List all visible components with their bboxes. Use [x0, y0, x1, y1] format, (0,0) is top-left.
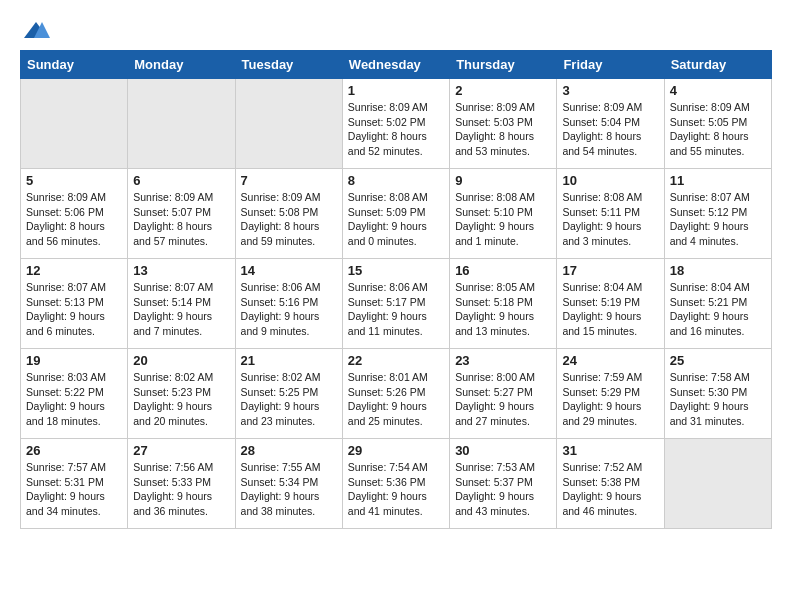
calendar-cell: 15Sunrise: 8:06 AM Sunset: 5:17 PM Dayli… [342, 259, 449, 349]
day-info: Sunrise: 8:01 AM Sunset: 5:26 PM Dayligh… [348, 370, 444, 429]
day-info: Sunrise: 7:56 AM Sunset: 5:33 PM Dayligh… [133, 460, 229, 519]
day-info: Sunrise: 8:09 AM Sunset: 5:08 PM Dayligh… [241, 190, 337, 249]
day-info: Sunrise: 7:55 AM Sunset: 5:34 PM Dayligh… [241, 460, 337, 519]
calendar-cell: 10Sunrise: 8:08 AM Sunset: 5:11 PM Dayli… [557, 169, 664, 259]
calendar-cell: 19Sunrise: 8:03 AM Sunset: 5:22 PM Dayli… [21, 349, 128, 439]
calendar-cell [128, 79, 235, 169]
calendar-week-5: 26Sunrise: 7:57 AM Sunset: 5:31 PM Dayli… [21, 439, 772, 529]
day-header-thursday: Thursday [450, 51, 557, 79]
calendar-cell: 6Sunrise: 8:09 AM Sunset: 5:07 PM Daylig… [128, 169, 235, 259]
day-info: Sunrise: 8:06 AM Sunset: 5:16 PM Dayligh… [241, 280, 337, 339]
day-number: 18 [670, 263, 766, 278]
day-info: Sunrise: 8:09 AM Sunset: 5:06 PM Dayligh… [26, 190, 122, 249]
calendar-cell: 24Sunrise: 7:59 AM Sunset: 5:29 PM Dayli… [557, 349, 664, 439]
calendar-cell: 23Sunrise: 8:00 AM Sunset: 5:27 PM Dayli… [450, 349, 557, 439]
calendar-cell: 9Sunrise: 8:08 AM Sunset: 5:10 PM Daylig… [450, 169, 557, 259]
calendar-week-3: 12Sunrise: 8:07 AM Sunset: 5:13 PM Dayli… [21, 259, 772, 349]
day-number: 26 [26, 443, 122, 458]
calendar-cell: 18Sunrise: 8:04 AM Sunset: 5:21 PM Dayli… [664, 259, 771, 349]
calendar-cell: 17Sunrise: 8:04 AM Sunset: 5:19 PM Dayli… [557, 259, 664, 349]
calendar-cell: 30Sunrise: 7:53 AM Sunset: 5:37 PM Dayli… [450, 439, 557, 529]
day-info: Sunrise: 8:07 AM Sunset: 5:12 PM Dayligh… [670, 190, 766, 249]
page-header [20, 20, 772, 40]
day-header-tuesday: Tuesday [235, 51, 342, 79]
day-info: Sunrise: 8:09 AM Sunset: 5:02 PM Dayligh… [348, 100, 444, 159]
calendar-cell: 4Sunrise: 8:09 AM Sunset: 5:05 PM Daylig… [664, 79, 771, 169]
day-number: 5 [26, 173, 122, 188]
day-header-monday: Monday [128, 51, 235, 79]
day-info: Sunrise: 8:09 AM Sunset: 5:04 PM Dayligh… [562, 100, 658, 159]
calendar-cell: 27Sunrise: 7:56 AM Sunset: 5:33 PM Dayli… [128, 439, 235, 529]
day-number: 20 [133, 353, 229, 368]
calendar-cell: 26Sunrise: 7:57 AM Sunset: 5:31 PM Dayli… [21, 439, 128, 529]
calendar-week-4: 19Sunrise: 8:03 AM Sunset: 5:22 PM Dayli… [21, 349, 772, 439]
day-number: 6 [133, 173, 229, 188]
day-number: 13 [133, 263, 229, 278]
day-number: 17 [562, 263, 658, 278]
calendar-cell: 2Sunrise: 8:09 AM Sunset: 5:03 PM Daylig… [450, 79, 557, 169]
logo [20, 20, 50, 40]
calendar-cell: 28Sunrise: 7:55 AM Sunset: 5:34 PM Dayli… [235, 439, 342, 529]
day-number: 28 [241, 443, 337, 458]
day-number: 9 [455, 173, 551, 188]
day-number: 21 [241, 353, 337, 368]
calendar-cell: 11Sunrise: 8:07 AM Sunset: 5:12 PM Dayli… [664, 169, 771, 259]
day-info: Sunrise: 8:00 AM Sunset: 5:27 PM Dayligh… [455, 370, 551, 429]
day-info: Sunrise: 8:04 AM Sunset: 5:19 PM Dayligh… [562, 280, 658, 339]
day-number: 29 [348, 443, 444, 458]
calendar-cell: 5Sunrise: 8:09 AM Sunset: 5:06 PM Daylig… [21, 169, 128, 259]
calendar-week-1: 1Sunrise: 8:09 AM Sunset: 5:02 PM Daylig… [21, 79, 772, 169]
day-number: 27 [133, 443, 229, 458]
day-header-saturday: Saturday [664, 51, 771, 79]
day-number: 11 [670, 173, 766, 188]
day-info: Sunrise: 8:08 AM Sunset: 5:09 PM Dayligh… [348, 190, 444, 249]
calendar-cell: 22Sunrise: 8:01 AM Sunset: 5:26 PM Dayli… [342, 349, 449, 439]
day-number: 3 [562, 83, 658, 98]
day-info: Sunrise: 8:07 AM Sunset: 5:13 PM Dayligh… [26, 280, 122, 339]
day-number: 8 [348, 173, 444, 188]
calendar-cell: 12Sunrise: 8:07 AM Sunset: 5:13 PM Dayli… [21, 259, 128, 349]
calendar-cell: 14Sunrise: 8:06 AM Sunset: 5:16 PM Dayli… [235, 259, 342, 349]
calendar-body: 1Sunrise: 8:09 AM Sunset: 5:02 PM Daylig… [21, 79, 772, 529]
day-number: 23 [455, 353, 551, 368]
day-info: Sunrise: 8:09 AM Sunset: 5:03 PM Dayligh… [455, 100, 551, 159]
day-number: 31 [562, 443, 658, 458]
day-info: Sunrise: 7:52 AM Sunset: 5:38 PM Dayligh… [562, 460, 658, 519]
calendar-cell: 13Sunrise: 8:07 AM Sunset: 5:14 PM Dayli… [128, 259, 235, 349]
day-info: Sunrise: 8:05 AM Sunset: 5:18 PM Dayligh… [455, 280, 551, 339]
day-info: Sunrise: 8:06 AM Sunset: 5:17 PM Dayligh… [348, 280, 444, 339]
calendar-header-row: SundayMondayTuesdayWednesdayThursdayFrid… [21, 51, 772, 79]
day-info: Sunrise: 8:07 AM Sunset: 5:14 PM Dayligh… [133, 280, 229, 339]
day-info: Sunrise: 7:57 AM Sunset: 5:31 PM Dayligh… [26, 460, 122, 519]
calendar-cell: 1Sunrise: 8:09 AM Sunset: 5:02 PM Daylig… [342, 79, 449, 169]
day-number: 24 [562, 353, 658, 368]
day-info: Sunrise: 8:08 AM Sunset: 5:11 PM Dayligh… [562, 190, 658, 249]
day-info: Sunrise: 7:53 AM Sunset: 5:37 PM Dayligh… [455, 460, 551, 519]
day-number: 1 [348, 83, 444, 98]
day-number: 10 [562, 173, 658, 188]
day-number: 16 [455, 263, 551, 278]
day-info: Sunrise: 8:02 AM Sunset: 5:25 PM Dayligh… [241, 370, 337, 429]
day-info: Sunrise: 8:03 AM Sunset: 5:22 PM Dayligh… [26, 370, 122, 429]
calendar-cell: 29Sunrise: 7:54 AM Sunset: 5:36 PM Dayli… [342, 439, 449, 529]
day-number: 30 [455, 443, 551, 458]
day-info: Sunrise: 8:09 AM Sunset: 5:05 PM Dayligh… [670, 100, 766, 159]
calendar-week-2: 5Sunrise: 8:09 AM Sunset: 5:06 PM Daylig… [21, 169, 772, 259]
day-number: 12 [26, 263, 122, 278]
calendar-cell: 21Sunrise: 8:02 AM Sunset: 5:25 PM Dayli… [235, 349, 342, 439]
day-info: Sunrise: 8:09 AM Sunset: 5:07 PM Dayligh… [133, 190, 229, 249]
calendar-cell: 8Sunrise: 8:08 AM Sunset: 5:09 PM Daylig… [342, 169, 449, 259]
day-number: 4 [670, 83, 766, 98]
day-number: 19 [26, 353, 122, 368]
day-info: Sunrise: 8:04 AM Sunset: 5:21 PM Dayligh… [670, 280, 766, 339]
day-number: 25 [670, 353, 766, 368]
day-number: 7 [241, 173, 337, 188]
day-number: 22 [348, 353, 444, 368]
day-header-wednesday: Wednesday [342, 51, 449, 79]
day-header-sunday: Sunday [21, 51, 128, 79]
calendar-cell: 31Sunrise: 7:52 AM Sunset: 5:38 PM Dayli… [557, 439, 664, 529]
calendar-cell: 20Sunrise: 8:02 AM Sunset: 5:23 PM Dayli… [128, 349, 235, 439]
day-info: Sunrise: 7:59 AM Sunset: 5:29 PM Dayligh… [562, 370, 658, 429]
calendar-cell: 16Sunrise: 8:05 AM Sunset: 5:18 PM Dayli… [450, 259, 557, 349]
calendar-cell [235, 79, 342, 169]
